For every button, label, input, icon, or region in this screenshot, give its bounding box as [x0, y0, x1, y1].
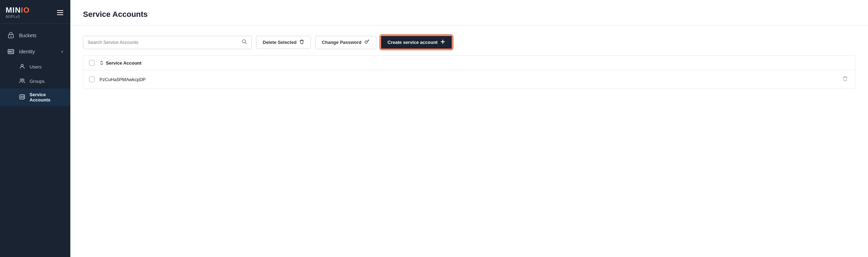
search-icon [242, 39, 247, 46]
groups-icon [19, 78, 25, 85]
search-input[interactable] [88, 40, 239, 45]
svg-rect-7 [20, 95, 25, 99]
identity-icon [7, 48, 15, 55]
table-header-row: Service Account [83, 56, 855, 70]
logo: MINIO AGPLv3 [6, 6, 30, 19]
svg-point-9 [242, 40, 245, 43]
svg-point-10 [365, 41, 367, 43]
service-accounts-icon [19, 94, 25, 101]
sidebar-item-identity[interactable]: Identity ▾ [0, 44, 70, 60]
change-password-label: Change Password [322, 40, 362, 45]
logo-area: MINIO AGPLv3 [0, 0, 70, 24]
sidebar-item-label-groups: Groups [30, 79, 45, 84]
header-checkbox[interactable] [89, 60, 95, 66]
plus-icon [440, 39, 445, 45]
svg-point-3 [9, 51, 11, 52]
column-header-sort-icon: Service Account [100, 60, 141, 66]
svg-point-5 [20, 79, 22, 81]
delete-selected-button[interactable]: Delete Selected [256, 36, 311, 49]
delete-selected-label: Delete Selected [263, 40, 296, 45]
chevron-down-icon: ▾ [61, 50, 63, 54]
page-title: Service Accounts [83, 10, 855, 19]
bucket-icon [7, 32, 15, 39]
menu-line-3 [57, 14, 63, 15]
main-content: Service Accounts Delete Selected [70, 0, 868, 257]
trash-icon [299, 39, 304, 45]
create-service-account-button[interactable]: Create service account [381, 35, 452, 49]
svg-point-6 [23, 79, 24, 81]
create-service-account-label: Create service account [388, 40, 438, 45]
row-checkbox[interactable] [89, 77, 95, 82]
menu-line-1 [57, 10, 63, 11]
row-delete-icon[interactable] [841, 74, 849, 84]
menu-line-2 [57, 12, 63, 13]
column-header-label: Service Account [106, 60, 141, 66]
service-accounts-table: Service Account PzCuHa5PMAwkcpDP [83, 55, 855, 89]
sidebar-nav: Buckets Identity ▾ Users [0, 24, 70, 257]
hamburger-menu-button[interactable] [56, 9, 65, 17]
sidebar-item-label-identity: Identity [19, 49, 35, 54]
sidebar-item-label-buckets: Buckets [19, 33, 37, 38]
page-header: Service Accounts [70, 0, 868, 26]
sidebar-item-label-users: Users [30, 64, 42, 70]
sidebar: MINIO AGPLv3 Buckets [0, 0, 70, 257]
content-area: Delete Selected Change Password Cre [70, 26, 868, 257]
svg-point-4 [21, 64, 23, 66]
table-row: PzCuHa5PMAwkcpDP [83, 70, 855, 88]
sidebar-item-service-accounts[interactable]: Service Accounts [0, 88, 70, 106]
users-icon [19, 63, 25, 71]
svg-point-8 [21, 96, 22, 97]
logo-version: AGPLv3 [6, 15, 20, 19]
toolbar: Delete Selected Change Password Cre [83, 35, 855, 49]
change-password-button[interactable]: Change Password [315, 36, 376, 49]
logo-text: MINIO [6, 6, 30, 14]
sidebar-item-buckets[interactable]: Buckets [0, 27, 70, 44]
sidebar-item-groups[interactable]: Groups [0, 74, 70, 88]
sidebar-item-users[interactable]: Users [0, 60, 70, 74]
svg-point-1 [11, 36, 12, 37]
sidebar-item-label-service-accounts: Service Accounts [30, 92, 63, 103]
logo-io: IO [21, 6, 30, 14]
key-icon [364, 39, 370, 46]
search-box[interactable] [83, 36, 252, 49]
logo-min: MIN [6, 6, 21, 14]
service-account-name: PzCuHa5PMAwkcpDP [100, 77, 836, 82]
